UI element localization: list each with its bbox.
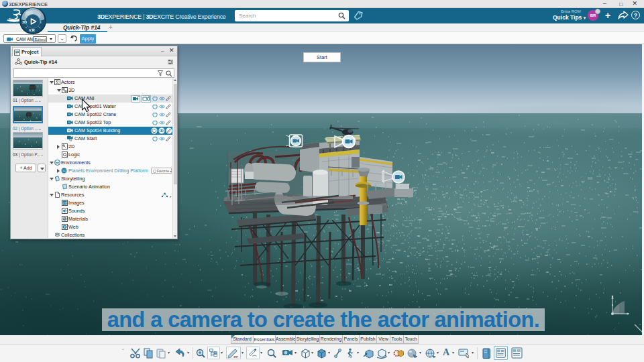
svg-text:V.R: V.R: [29, 28, 35, 32]
svg-text:3D: 3D: [22, 20, 27, 24]
svg-text:0.0: 0.0: [233, 356, 237, 359]
